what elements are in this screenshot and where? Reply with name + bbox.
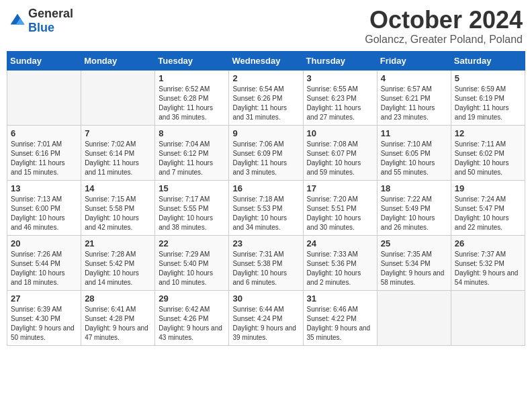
day-number: 15: [159, 183, 225, 193]
calendar-cell: 28Sunrise: 6:41 AMSunset: 4:28 PMDayligh…: [81, 290, 155, 345]
calendar-cell: 5Sunrise: 6:59 AMSunset: 6:19 PMDaylight…: [451, 70, 525, 125]
day-number: 23: [232, 238, 299, 248]
day-number: 6: [11, 128, 77, 138]
day-info: Sunrise: 7:15 AMSunset: 5:58 PMDaylight:…: [85, 195, 151, 232]
day-info: Sunrise: 7:13 AMSunset: 6:00 PMDaylight:…: [11, 195, 77, 232]
logo-general-text: General: [28, 7, 73, 20]
day-number: 7: [85, 128, 151, 138]
calendar-cell: 1Sunrise: 6:52 AMSunset: 6:28 PMDaylight…: [155, 70, 229, 125]
calendar-cell: 4Sunrise: 6:57 AMSunset: 6:21 PMDaylight…: [377, 70, 451, 125]
month-title: October 2024: [365, 7, 523, 34]
day-info: Sunrise: 7:22 AMSunset: 5:49 PMDaylight:…: [381, 195, 447, 232]
title-block: October 2024 Golancz, Greater Poland, Po…: [365, 7, 523, 46]
day-number: 13: [11, 183, 77, 193]
page-header: General Blue October 2024 Golancz, Great…: [7, 7, 525, 46]
day-info: Sunrise: 7:29 AMSunset: 5:40 PMDaylight:…: [159, 250, 225, 287]
calendar-cell: 15Sunrise: 7:17 AMSunset: 5:55 PMDayligh…: [155, 180, 229, 235]
day-number: 16: [232, 183, 299, 193]
day-number: 21: [85, 238, 151, 248]
day-number: 18: [381, 183, 447, 193]
calendar-cell: 6Sunrise: 7:01 AMSunset: 6:16 PMDaylight…: [7, 125, 81, 180]
weekday-header: Saturday: [451, 51, 525, 70]
calendar-week-row: 1Sunrise: 6:52 AMSunset: 6:28 PMDaylight…: [7, 70, 525, 125]
day-number: 3: [307, 73, 373, 83]
day-info: Sunrise: 7:37 AMSunset: 5:32 PMDaylight:…: [455, 250, 521, 287]
calendar-cell: 23Sunrise: 7:31 AMSunset: 5:38 PMDayligh…: [229, 235, 303, 290]
day-number: 14: [85, 183, 151, 193]
location-title: Golancz, Greater Poland, Poland: [365, 34, 523, 46]
day-info: Sunrise: 6:52 AMSunset: 6:28 PMDaylight:…: [159, 85, 225, 122]
weekday-header: Tuesday: [155, 51, 229, 70]
calendar-cell: 11Sunrise: 7:10 AMSunset: 6:05 PMDayligh…: [377, 125, 451, 180]
day-number: 1: [159, 73, 225, 83]
weekday-header: Sunday: [7, 51, 81, 70]
day-info: Sunrise: 7:33 AMSunset: 5:36 PMDaylight:…: [307, 250, 373, 287]
weekday-header: Monday: [81, 51, 155, 70]
calendar-cell: 13Sunrise: 7:13 AMSunset: 6:00 PMDayligh…: [7, 180, 81, 235]
day-info: Sunrise: 6:57 AMSunset: 6:21 PMDaylight:…: [381, 85, 447, 122]
calendar-cell: 9Sunrise: 7:06 AMSunset: 6:09 PMDaylight…: [229, 125, 303, 180]
day-info: Sunrise: 7:08 AMSunset: 6:07 PMDaylight:…: [307, 140, 373, 177]
calendar-cell: [377, 290, 451, 345]
calendar-cell: [81, 70, 155, 125]
day-number: 20: [11, 238, 77, 248]
day-info: Sunrise: 7:35 AMSunset: 5:34 PMDaylight:…: [381, 250, 447, 287]
logo-icon: [9, 13, 26, 29]
weekday-header: Friday: [377, 51, 451, 70]
calendar-cell: 20Sunrise: 7:26 AMSunset: 5:44 PMDayligh…: [7, 235, 81, 290]
calendar-cell: 12Sunrise: 7:11 AMSunset: 6:02 PMDayligh…: [451, 125, 525, 180]
day-info: Sunrise: 6:54 AMSunset: 6:26 PMDaylight:…: [232, 85, 299, 122]
day-number: 8: [159, 128, 225, 138]
calendar-cell: 7Sunrise: 7:02 AMSunset: 6:14 PMDaylight…: [81, 125, 155, 180]
day-number: 19: [455, 183, 521, 193]
calendar-week-row: 6Sunrise: 7:01 AMSunset: 6:16 PMDaylight…: [7, 125, 525, 180]
calendar-cell: 29Sunrise: 6:42 AMSunset: 4:26 PMDayligh…: [155, 290, 229, 345]
day-info: Sunrise: 7:31 AMSunset: 5:38 PMDaylight:…: [232, 250, 299, 287]
day-info: Sunrise: 7:01 AMSunset: 6:16 PMDaylight:…: [11, 140, 77, 177]
day-info: Sunrise: 7:18 AMSunset: 5:53 PMDaylight:…: [232, 195, 299, 232]
day-info: Sunrise: 7:20 AMSunset: 5:51 PMDaylight:…: [307, 195, 373, 232]
calendar-cell: 19Sunrise: 7:24 AMSunset: 5:47 PMDayligh…: [451, 180, 525, 235]
calendar-cell: [451, 290, 525, 345]
day-info: Sunrise: 7:02 AMSunset: 6:14 PMDaylight:…: [85, 140, 151, 177]
day-info: Sunrise: 6:41 AMSunset: 4:28 PMDaylight:…: [85, 305, 151, 342]
calendar-cell: 17Sunrise: 7:20 AMSunset: 5:51 PMDayligh…: [303, 180, 377, 235]
calendar-cell: 16Sunrise: 7:18 AMSunset: 5:53 PMDayligh…: [229, 180, 303, 235]
day-info: Sunrise: 6:55 AMSunset: 6:23 PMDaylight:…: [307, 85, 373, 122]
day-number: 22: [159, 238, 225, 248]
day-info: Sunrise: 6:59 AMSunset: 6:19 PMDaylight:…: [455, 85, 521, 122]
day-number: 31: [307, 293, 373, 304]
day-info: Sunrise: 6:42 AMSunset: 4:26 PMDaylight:…: [159, 305, 225, 342]
day-info: Sunrise: 7:06 AMSunset: 6:09 PMDaylight:…: [232, 140, 299, 177]
logo: General Blue: [9, 7, 73, 35]
calendar-cell: 30Sunrise: 6:44 AMSunset: 4:24 PMDayligh…: [229, 290, 303, 345]
calendar-cell: 26Sunrise: 7:37 AMSunset: 5:32 PMDayligh…: [451, 235, 525, 290]
calendar-cell: 3Sunrise: 6:55 AMSunset: 6:23 PMDaylight…: [303, 70, 377, 125]
day-number: 25: [381, 238, 447, 248]
day-number: 26: [455, 238, 521, 248]
day-number: 5: [455, 73, 521, 83]
day-number: 4: [381, 73, 447, 83]
day-number: 10: [307, 128, 373, 138]
calendar-cell: 21Sunrise: 7:28 AMSunset: 5:42 PMDayligh…: [81, 235, 155, 290]
calendar-cell: 8Sunrise: 7:04 AMSunset: 6:12 PMDaylight…: [155, 125, 229, 180]
day-number: 30: [232, 293, 299, 304]
calendar-cell: 31Sunrise: 6:46 AMSunset: 4:22 PMDayligh…: [303, 290, 377, 345]
calendar-cell: 2Sunrise: 6:54 AMSunset: 6:26 PMDaylight…: [229, 70, 303, 125]
day-number: 24: [307, 238, 373, 248]
calendar-cell: 27Sunrise: 6:39 AMSunset: 4:30 PMDayligh…: [7, 290, 81, 345]
day-info: Sunrise: 7:10 AMSunset: 6:05 PMDaylight:…: [381, 140, 447, 177]
day-number: 11: [381, 128, 447, 138]
calendar-week-row: 13Sunrise: 7:13 AMSunset: 6:00 PMDayligh…: [7, 180, 525, 235]
day-number: 9: [232, 128, 299, 138]
calendar-cell: 24Sunrise: 7:33 AMSunset: 5:36 PMDayligh…: [303, 235, 377, 290]
calendar-cell: 25Sunrise: 7:35 AMSunset: 5:34 PMDayligh…: [377, 235, 451, 290]
day-number: 12: [455, 128, 521, 138]
calendar-cell: 22Sunrise: 7:29 AMSunset: 5:40 PMDayligh…: [155, 235, 229, 290]
calendar-cell: [7, 70, 81, 125]
day-number: 29: [159, 293, 225, 304]
calendar-table: SundayMondayTuesdayWednesdayThursdayFrid…: [7, 51, 525, 346]
calendar-cell: 14Sunrise: 7:15 AMSunset: 5:58 PMDayligh…: [81, 180, 155, 235]
day-info: Sunrise: 6:46 AMSunset: 4:22 PMDaylight:…: [307, 305, 373, 342]
day-info: Sunrise: 7:26 AMSunset: 5:44 PMDaylight:…: [11, 250, 77, 287]
